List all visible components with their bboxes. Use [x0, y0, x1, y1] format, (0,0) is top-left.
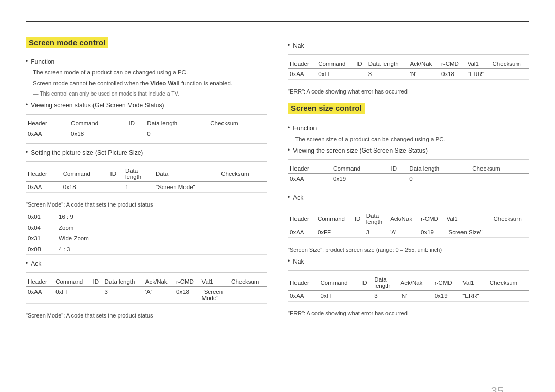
table-row: 0x01 16 : 9	[26, 212, 267, 222]
table-row: 0xAA 0x18 0	[26, 128, 267, 139]
ack-footnote: "Screen Mode": A code that sets the prod…	[26, 312, 267, 319]
right-column: • Nak Header Command ID Data length Ack/…	[288, 37, 529, 323]
table-ack-screen-mode: Header Command ID Data length Ack/Nak r-…	[26, 277, 267, 304]
ack-bullet: • Ack	[26, 259, 267, 268]
screen-size-section: Screen size control	[288, 103, 529, 120]
left-column: Screen mode control • Function The scree…	[26, 37, 267, 323]
table-nak-screen-mode: Header Command ID Data length Ack/Nak r-…	[288, 59, 529, 80]
nak-footnote1: "ERR": A code showing what error has occ…	[288, 88, 529, 95]
table-row: 0x0B 4 : 3	[26, 244, 267, 254]
table-get-screen-size: Header Command ID Data length Checksum 0…	[288, 164, 529, 184]
table-row: 0xAA 0x18 1 "Screen Mode"	[26, 181, 267, 192]
table-row: 0x31 Wide Zoom	[26, 233, 267, 244]
function2-desc: The screen size of a product can be chan…	[295, 135, 529, 144]
col-header-header: Header	[26, 119, 69, 128]
table-row: 0xAA 0xFF 3 'N' 0x19 "ERR"	[288, 291, 529, 302]
col-header-id: ID	[126, 119, 145, 128]
nak2-footnote: "ERR": A code showing what error has occ…	[288, 310, 529, 316]
function-desc2: Screen mode cannot be controlled when th…	[33, 79, 267, 88]
col-header-command: Command	[69, 119, 126, 128]
nak2-bullet: • Nak	[288, 257, 529, 266]
section-title-screen-mode: Screen mode control	[26, 37, 267, 54]
bullet-function: •	[26, 58, 28, 65]
table-row: 0xAA 0xFF 3 'N' 0x18 "ERR"	[288, 69, 529, 80]
table-row: 0xAA 0xFF 3 'A' 0x19 "Screen Size"	[288, 227, 529, 238]
table-get-screen-mode: Header Command ID Data length Checksum 0…	[26, 119, 267, 139]
col-header-checksum: Checksum	[208, 119, 267, 128]
function-desc1: The screen mode of a product can be chan…	[33, 68, 267, 77]
nak-bullet-top: • Nak	[288, 41, 529, 50]
ack2-bullet: • Ack	[288, 193, 529, 202]
table-ack-screen-size: Header Command ID Datalength Ack/Nak r-C…	[288, 211, 529, 238]
table-nak-screen-size: Header Command ID Datalength Ack/Nak r-C…	[288, 275, 529, 302]
table-row: 0xAA 0xFF 3 'A' 0x18 "ScreenMode"	[26, 286, 267, 303]
function-note: This control can only be used on models …	[33, 90, 267, 97]
col-header-data-length: Data length	[145, 119, 208, 128]
table-row: 0x04 Zoom	[26, 222, 267, 233]
screen-mode-footnote1: "Screen Mode": A code that sets the prod…	[26, 201, 267, 208]
ack2-footnote: "Screen Size": product screen size (rang…	[288, 247, 529, 253]
table-screen-mode-codes: 0x01 16 : 9 0x04 Zoom 0x31 Wide Zoom 0	[26, 212, 267, 255]
page-number: 35	[491, 385, 504, 392]
table-set-picture-size: Header Command ID Datalength Data Checks…	[26, 166, 267, 193]
table-row: 0xAA 0x19 0	[288, 174, 529, 184]
